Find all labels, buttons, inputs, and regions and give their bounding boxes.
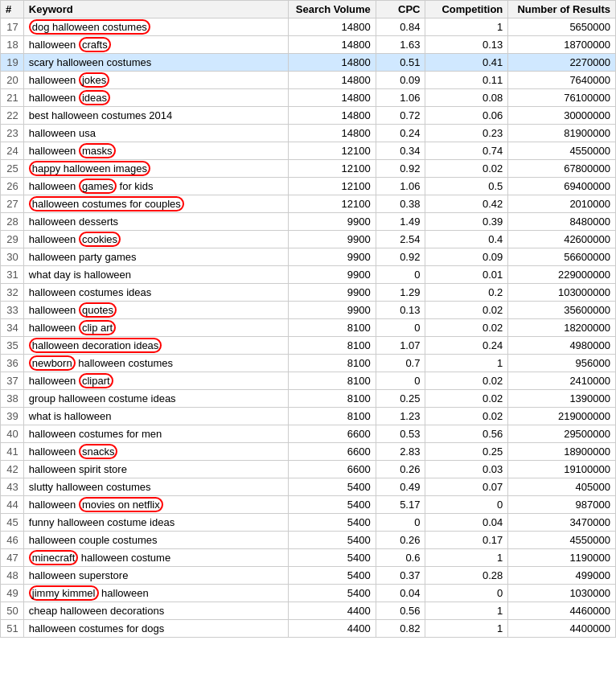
competition-cell: 0.13	[425, 36, 508, 54]
keyword-text: halloween quotes	[29, 302, 117, 318]
search-volume-cell: 12100	[288, 160, 376, 178]
keyword-text: halloween snacks	[29, 444, 118, 459]
search-volume-cell: 5400	[288, 514, 376, 532]
cpc-cell: 5.17	[376, 496, 425, 514]
keyword-cell: halloween desserts	[23, 213, 288, 231]
col-header-cpc: CPC	[376, 1, 425, 18]
table-row: 30halloween party games99000.920.0956600…	[1, 248, 616, 266]
circled-keyword: dog halloween costumes	[29, 19, 150, 35]
cpc-cell: 0.26	[376, 461, 425, 478]
search-volume-cell: 14800	[288, 72, 376, 89]
row-number: 33	[1, 302, 24, 319]
num-results-cell: 18200000	[508, 319, 616, 337]
cpc-cell: 1.06	[376, 89, 425, 107]
competition-cell: 1	[425, 355, 508, 372]
num-results-cell: 8480000	[508, 213, 616, 231]
num-results-cell: 1030000	[508, 585, 616, 602]
search-volume-cell: 9900	[288, 213, 376, 231]
keyword-cell: halloween cookies	[23, 231, 288, 248]
competition-cell: 0.02	[425, 390, 508, 408]
row-number: 26	[1, 178, 24, 195]
keyword-text: newborn halloween costumes	[29, 355, 173, 371]
keyword-cell: halloween costumes ideas	[23, 284, 288, 302]
num-results-cell: 18700000	[508, 36, 616, 54]
row-number: 49	[1, 585, 24, 602]
cpc-cell: 0.51	[376, 54, 425, 72]
competition-cell: 0.04	[425, 514, 508, 532]
row-number: 45	[1, 514, 24, 532]
competition-cell: 0.17	[425, 532, 508, 549]
num-results-cell: 229000000	[508, 266, 616, 284]
row-number: 39	[1, 408, 24, 425]
cpc-cell: 0	[376, 319, 425, 337]
num-results-cell: 987000	[508, 496, 616, 514]
cpc-cell: 0.09	[376, 72, 425, 89]
num-results-cell: 4400000	[508, 620, 616, 638]
cpc-cell: 0	[376, 372, 425, 390]
search-volume-cell: 8100	[288, 319, 376, 337]
competition-cell: 0.56	[425, 425, 508, 443]
search-volume-cell: 5400	[288, 496, 376, 514]
table-row: 47minecraft halloween costume54000.61119…	[1, 549, 616, 567]
table-row: 19scary halloween costumes148000.510.412…	[1, 54, 616, 72]
keyword-text: halloween crafts	[29, 37, 111, 52]
keyword-cell: group halloween costume ideas	[23, 390, 288, 408]
circled-keyword: ideas	[79, 90, 110, 105]
num-results-cell: 18900000	[508, 443, 616, 461]
competition-cell: 1	[425, 549, 508, 567]
competition-cell: 0.03	[425, 461, 508, 478]
table-row: 31what day is halloween990000.0122900000…	[1, 266, 616, 284]
cpc-cell: 0.04	[376, 585, 425, 602]
circled-keyword: snacks	[79, 444, 117, 459]
keyword-cell: halloween masks	[23, 142, 288, 160]
search-volume-cell: 14800	[288, 36, 376, 54]
row-number: 50	[1, 602, 24, 620]
row-number: 51	[1, 620, 24, 638]
search-volume-cell: 12100	[288, 195, 376, 213]
competition-cell: 1	[425, 602, 508, 620]
row-number: 42	[1, 461, 24, 478]
col-header-sv: Search Volume	[288, 1, 376, 18]
row-number: 19	[1, 54, 24, 72]
competition-cell: 0.06	[425, 107, 508, 125]
cpc-cell: 0.49	[376, 478, 425, 496]
circled-keyword: halloween costumes for couples	[29, 196, 184, 211]
table-row: 48halloween superstore54000.370.28499000	[1, 567, 616, 585]
search-volume-cell: 6600	[288, 443, 376, 461]
search-volume-cell: 14800	[288, 89, 376, 107]
cpc-cell: 2.54	[376, 231, 425, 248]
search-volume-cell: 5400	[288, 532, 376, 549]
keyword-cell: halloween movies on netflix	[23, 496, 288, 514]
keyword-cell: halloween ideas	[23, 89, 288, 107]
keyword-text: jimmy kimmel halloween	[29, 585, 149, 601]
keyword-cell: halloween usa	[23, 125, 288, 142]
num-results-cell: 19100000	[508, 461, 616, 478]
keyword-cell: halloween games for kids	[23, 178, 288, 195]
competition-cell: 0.02	[425, 408, 508, 425]
keyword-cell: newborn halloween costumes	[23, 355, 288, 372]
row-number: 41	[1, 443, 24, 461]
row-number: 40	[1, 425, 24, 443]
cpc-cell: 2.83	[376, 443, 425, 461]
keyword-cell: halloween crafts	[23, 36, 288, 54]
cpc-cell: 1.63	[376, 36, 425, 54]
search-volume-cell: 9900	[288, 302, 376, 319]
circled-keyword: jimmy kimmel	[29, 585, 99, 601]
keyword-cell: halloween clipart	[23, 372, 288, 390]
row-number: 29	[1, 231, 24, 248]
row-number: 46	[1, 532, 24, 549]
keyword-cell: cheap halloween decorations	[23, 602, 288, 620]
competition-cell: 0.39	[425, 213, 508, 231]
search-volume-cell: 9900	[288, 266, 376, 284]
num-results-cell: 69400000	[508, 178, 616, 195]
circled-keyword: newborn	[29, 355, 76, 371]
search-volume-cell: 8100	[288, 355, 376, 372]
competition-cell: 0.02	[425, 160, 508, 178]
row-number: 43	[1, 478, 24, 496]
search-volume-cell: 9900	[288, 231, 376, 248]
competition-cell: 0.42	[425, 195, 508, 213]
num-results-cell: 2410000	[508, 372, 616, 390]
circled-keyword: crafts	[79, 37, 111, 52]
cpc-cell: 1.29	[376, 284, 425, 302]
row-number: 25	[1, 160, 24, 178]
